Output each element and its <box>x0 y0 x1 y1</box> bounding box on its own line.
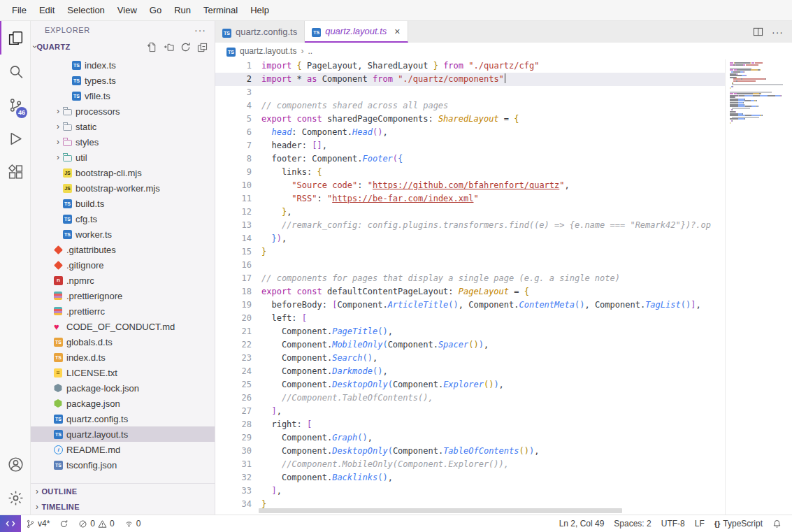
code-line-28[interactable]: 28 right: [ <box>215 418 725 431</box>
file-worker-ts[interactable]: TSworker.ts <box>31 227 215 242</box>
file-index-d-ts[interactable]: TSindex.d.ts <box>31 350 215 365</box>
remote-indicator[interactable] <box>0 515 21 532</box>
activity-bar-item-run-debug[interactable] <box>0 122 30 155</box>
file-bootstrap-worker-mjs[interactable]: JSbootstrap-worker.mjs <box>31 180 215 196</box>
new-file-icon[interactable] <box>147 42 157 52</box>
code-line-6[interactable]: 6 head: Component.Head(), <box>215 126 725 139</box>
file-gitattributes[interactable]: .gitattributes <box>31 242 215 257</box>
code-line-32[interactable]: 32 Component.Backlinks(), <box>215 471 725 484</box>
section-timeline[interactable]: ›TIMELINE <box>31 499 215 515</box>
status-encoding[interactable]: UTF-8 <box>656 515 690 532</box>
file-code-of-conduct-md[interactable]: ♥CODE_OF_CONDUCT.md <box>31 319 215 334</box>
status-branch[interactable]: v4* <box>21 515 55 532</box>
code-line-30[interactable]: 30 Component.DesktopOnly(Component.Table… <box>215 445 725 458</box>
code-line-29[interactable]: 29 Component.Graph(), <box>215 431 725 445</box>
activity-bar-item-accounts[interactable] <box>0 447 30 481</box>
new-folder-icon[interactable] <box>164 42 174 52</box>
status-cursor-position[interactable]: Ln 2, Col 49 <box>554 515 610 532</box>
code-line-3[interactable]: 3 <box>215 86 725 99</box>
file-tsconfig-json[interactable]: TStsconfig.json <box>31 457 215 473</box>
menu-item-view[interactable]: View <box>111 0 143 20</box>
folder-static[interactable]: ›static <box>31 119 215 134</box>
file-globals-d-ts[interactable]: TSglobals.d.ts <box>31 334 215 350</box>
code-line-19[interactable]: 19 beforeBody: [Component.ArticleTitle()… <box>215 299 725 312</box>
file-quartz-layout-ts[interactable]: TSquartz.layout.ts <box>31 426 215 442</box>
code-line-16[interactable]: 16 <box>215 259 725 272</box>
code-line-8[interactable]: 8 footer: Component.Footer({ <box>215 152 725 166</box>
code-line-14[interactable]: 14 }), <box>215 232 725 245</box>
status-notifications[interactable] <box>768 515 786 532</box>
code-line-11[interactable]: 11 "RSS": "https://be-far.com/index.xml" <box>215 192 725 206</box>
breadcrumb-symbol[interactable]: .. <box>308 46 312 56</box>
code-line-12[interactable]: 12 }, <box>215 206 725 219</box>
code-line-27[interactable]: 27 ], <box>215 405 725 418</box>
status-indentation[interactable]: Spaces: 2 <box>609 515 656 532</box>
menu-item-run[interactable]: Run <box>168 0 197 20</box>
file-npmrc[interactable]: n.npmrc <box>31 273 215 288</box>
code-line-5[interactable]: 5export const sharedPageComponents: Shar… <box>215 113 725 126</box>
collapse-all-icon[interactable] <box>197 42 208 52</box>
file-quartz-config-ts[interactable]: TSquartz.config.ts <box>31 411 215 426</box>
menu-item-help[interactable]: Help <box>244 0 275 20</box>
tab-quartz-config-ts[interactable]: TSquartz.config.ts <box>215 21 305 43</box>
split-editor-icon[interactable] <box>753 27 763 37</box>
activity-bar-item-extensions[interactable] <box>0 155 30 189</box>
horizontal-scrollbar[interactable] <box>259 508 622 513</box>
code-line-7[interactable]: 7 header: [], <box>215 139 725 152</box>
menu-item-terminal[interactable]: Terminal <box>197 0 244 20</box>
code-line-22[interactable]: 22 Component.MobileOnly(Component.Spacer… <box>215 338 725 352</box>
folder-util[interactable]: ›util <box>31 150 215 165</box>
file-gitignore[interactable]: .gitignore <box>31 257 215 273</box>
minimap[interactable] <box>725 59 792 515</box>
code-line-17[interactable]: 17// components for pages that display a… <box>215 272 725 285</box>
file-readme-md[interactable]: iREADME.md <box>31 442 215 457</box>
more-actions-icon[interactable]: ··· <box>194 24 206 36</box>
explorer-section-header[interactable]: › QUARTZ <box>31 39 215 55</box>
folder-styles[interactable]: ›styles <box>31 134 215 150</box>
code-line-9[interactable]: 9 links: { <box>215 166 725 179</box>
file-build-ts[interactable]: TSbuild.ts <box>31 196 215 211</box>
code-line-2[interactable]: 2import * as Component from "./quartz/co… <box>215 73 725 86</box>
folder-processors[interactable]: ›processors <box>31 103 215 119</box>
code-line-18[interactable]: 18export const defaultContentPageLayout:… <box>215 285 725 299</box>
status-problems[interactable]: 00 <box>73 515 119 532</box>
code-line-15[interactable]: 15} <box>215 245 725 259</box>
close-icon[interactable]: × <box>394 26 400 37</box>
code-line-26[interactable]: 26 //Component.TableOfContents(), <box>215 391 725 405</box>
code-line-31[interactable]: 31 //Component.MobileOnly(Component.Expl… <box>215 458 725 471</box>
section-outline[interactable]: ›OUTLINE <box>31 484 215 499</box>
code-line-21[interactable]: 21 Component.PageTitle(), <box>215 325 725 338</box>
menu-item-go[interactable]: Go <box>143 0 168 20</box>
refresh-icon[interactable] <box>180 42 191 52</box>
file-cfg-ts[interactable]: TScfg.ts <box>31 211 215 227</box>
tab-quartz-layout-ts[interactable]: TSquartz.layout.ts× <box>305 21 408 43</box>
status-eol[interactable]: LF <box>690 515 710 532</box>
file-bootstrap-cli-mjs[interactable]: JSbootstrap-cli.mjs <box>31 165 215 180</box>
code-line-33[interactable]: 33 ], <box>215 484 725 498</box>
code-line-4[interactable]: 4// components shared across all pages <box>215 99 725 113</box>
status-ports[interactable]: 0 <box>120 515 146 532</box>
file-index-ts[interactable]: TSindex.ts <box>31 57 215 73</box>
code-line-23[interactable]: 23 Component.Search(), <box>215 352 725 365</box>
file-package-lock-json[interactable]: package-lock.json <box>31 380 215 396</box>
activity-bar-item-settings[interactable] <box>0 481 30 515</box>
activity-bar-item-search[interactable] <box>0 55 30 88</box>
breadcrumb-file[interactable]: quartz.layout.ts <box>240 46 296 56</box>
code-line-10[interactable]: 10 "Source code": "https://github.com/bf… <box>215 179 725 192</box>
code-line-24[interactable]: 24 Component.Darkmode(), <box>215 365 725 378</box>
file-prettierignore[interactable]: .prettierignore <box>31 288 215 303</box>
code-line-1[interactable]: 1import { PageLayout, SharedLayout } fro… <box>215 59 725 73</box>
menu-item-edit[interactable]: Edit <box>33 0 61 20</box>
status-sync[interactable] <box>55 515 73 532</box>
file-vfile-ts[interactable]: TSvfile.ts <box>31 88 215 103</box>
code-line-25[interactable]: 25 Component.DesktopOnly(Component.Explo… <box>215 378 725 391</box>
activity-bar-item-source-control[interactable]: 46 <box>0 88 30 122</box>
file-package-json[interactable]: package.json <box>31 396 215 411</box>
activity-bar-item-explorer[interactable] <box>0 21 30 55</box>
code-line-13[interactable]: 13 //remark_config: config.plugins.trans… <box>215 219 725 232</box>
code-line-20[interactable]: 20 left: [ <box>215 312 725 325</box>
file-types-ts[interactable]: TStypes.ts <box>31 73 215 88</box>
more-actions-icon[interactable]: ··· <box>772 27 784 38</box>
status-language[interactable]: {}TypeScript <box>710 515 768 532</box>
menu-item-file[interactable]: File <box>6 0 33 20</box>
